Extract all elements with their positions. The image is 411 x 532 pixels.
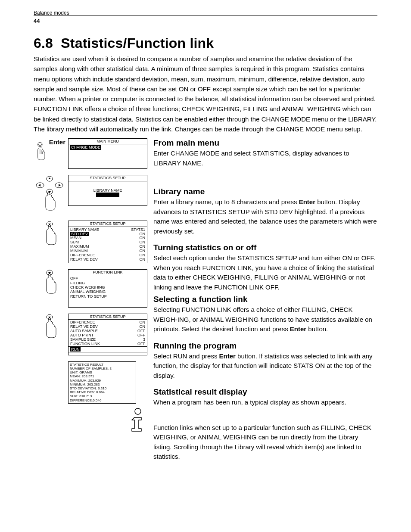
- para-stat-result: When a program has been run, a typical d…: [153, 398, 377, 408]
- heading-selecting-link: Selecting a function link: [153, 295, 377, 304]
- heading-library-name: Library name: [153, 187, 377, 196]
- heading-running: Running the program: [153, 341, 377, 351]
- para-selecting-link: Selecting FUNCTION LINK offers a choice …: [153, 305, 377, 334]
- info-icon: [128, 408, 147, 434]
- para-library-name: Enter a library name, up to 8 characters…: [153, 197, 377, 236]
- para-from-main-menu: Enter CHANGE MODE and select STATISTICS,…: [153, 149, 377, 168]
- page-header: Balance modes: [34, 9, 377, 16]
- para-footer-note: Function links when set up to a particul…: [153, 423, 377, 462]
- stats-setup-panel-2: STATISTICS SETUP LIBRARY NAMESTATS1 STD …: [68, 221, 147, 263]
- statistics-result-slip: STATISTICS RESULT NUMBER OF SAMPLES: 3 U…: [68, 361, 136, 404]
- main-menu-panel: MAIN MENU CHANGE MODE: [68, 138, 147, 169]
- para-running: Select RUN and press Enter button. If st…: [153, 352, 377, 381]
- text-column: From main menu Enter CHANGE MODE and sel…: [153, 138, 377, 469]
- function-link-panel: FUNCTION LINK OFF FILLING CHECK WEIGHING…: [68, 269, 147, 308]
- dpad-hand-icon: [34, 175, 65, 215]
- section-title: 6.8 Statistics/Function link: [34, 35, 377, 51]
- down-hand-icon: [41, 269, 58, 301]
- svg-point-8: [135, 408, 141, 414]
- intro-paragraph: Statistics are used when it is desired t…: [34, 54, 377, 134]
- down-hand-icon: [41, 314, 58, 345]
- heading-from-main-menu: From main menu: [153, 138, 377, 148]
- diagram-column: Enter MAIN MENU CHANGE MODE: [34, 138, 147, 469]
- enter-label: Enter: [49, 138, 65, 146]
- stats-setup-panel-3: STATISTICS SETUP DIFFERENCEON RELATIVE D…: [68, 314, 147, 355]
- heading-turning-stats: Turning statistics on or off: [153, 243, 377, 252]
- hand-press-icon: [34, 138, 47, 167]
- page-number: 44: [34, 18, 377, 24]
- stats-setup-panel-1: STATISTICS SETUP LIBRARY NAME: [68, 175, 147, 205]
- chapter-label: Balance modes: [34, 10, 69, 16]
- down-hand-icon: [41, 221, 58, 252]
- para-turning-stats: Select each option under the STATISTICS …: [153, 253, 377, 292]
- heading-stat-result: Statistical result display: [153, 387, 377, 397]
